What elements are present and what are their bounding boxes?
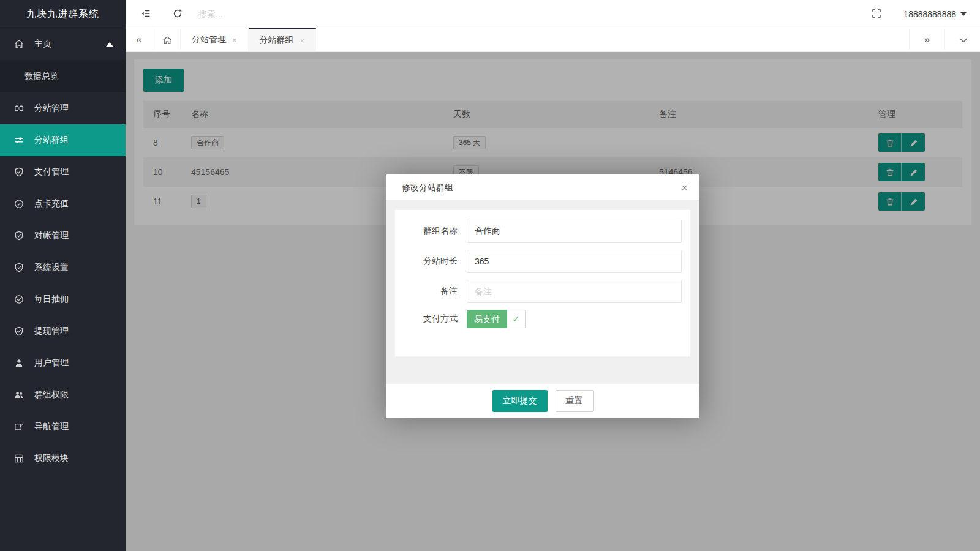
sidebar-item-payment-manage[interactable]: 支付管理 bbox=[0, 156, 126, 188]
chevron-down-icon bbox=[959, 36, 967, 44]
tab-home[interactable] bbox=[153, 28, 181, 51]
user-menu[interactable]: 18888888888 bbox=[903, 9, 967, 19]
payment-option-label: 易支付 bbox=[467, 310, 507, 328]
caret-up-icon bbox=[106, 42, 113, 47]
form-row-duration: 分站时长 bbox=[395, 250, 682, 273]
sidebar-item-label: 点卡充值 bbox=[34, 198, 69, 209]
shield-check-icon bbox=[14, 167, 24, 177]
circle-check-icon bbox=[14, 294, 24, 304]
close-icon[interactable]: × bbox=[679, 174, 690, 201]
sidebar-item-label: 权限模块 bbox=[34, 453, 69, 464]
form-row-note: 备注 bbox=[395, 280, 682, 303]
main-area: 18888888888 « 分站管理 × 分站群组 × » bbox=[126, 0, 980, 551]
modal-body: 群组名称 分站时长 备注 支付方式 bbox=[386, 201, 699, 384]
close-icon[interactable]: × bbox=[300, 36, 305, 45]
sidebar-item-label: 用户管理 bbox=[34, 358, 69, 369]
user-icon bbox=[14, 358, 24, 368]
sidebar-item-nav-manage[interactable]: 导航管理 bbox=[0, 411, 126, 443]
sidebar-item-label: 群组权限 bbox=[34, 389, 69, 400]
sidebar-item-label: 系统设置 bbox=[34, 262, 69, 273]
nav-icon bbox=[14, 422, 24, 432]
sidebar-item-card-recharge[interactable]: 点卡充值 bbox=[0, 188, 126, 220]
shield-check-icon bbox=[14, 231, 24, 241]
sidebar-item-label: 主页 bbox=[34, 39, 51, 50]
tab-substation-manage[interactable]: 分站管理 × bbox=[181, 28, 249, 51]
topbar-right: 18888888888 bbox=[872, 9, 967, 20]
note-field[interactable] bbox=[467, 280, 682, 303]
tabbar: « 分站管理 × 分站群组 × » bbox=[126, 28, 980, 52]
modal-footer: 立即提交 重置 bbox=[386, 384, 699, 418]
sidebar-item-label: 每日抽佣 bbox=[34, 294, 69, 305]
submit-button[interactable]: 立即提交 bbox=[492, 390, 548, 412]
sidebar-item-label: 提现管理 bbox=[34, 326, 69, 337]
sidebar-item-home[interactable]: 主页 bbox=[0, 28, 126, 60]
close-icon[interactable]: × bbox=[232, 36, 237, 45]
check-icon: ✓ bbox=[507, 310, 526, 328]
user-phone: 18888888888 bbox=[903, 9, 956, 19]
duration-label: 分站时长 bbox=[395, 256, 467, 267]
sidebar-item-withdraw-manage[interactable]: 提现管理 bbox=[0, 315, 126, 347]
payment-label: 支付方式 bbox=[395, 313, 467, 324]
sidebar-item-permission-module[interactable]: 权限模块 bbox=[0, 443, 126, 474]
sidebar-item-label: 对帐管理 bbox=[34, 230, 69, 241]
sidebar-item-user-manage[interactable]: 用户管理 bbox=[0, 347, 126, 379]
tabs-scroll-right-button[interactable]: » bbox=[909, 28, 944, 51]
note-label: 备注 bbox=[395, 286, 467, 297]
app-window: 九块九进群系统 主页 数据总览 分站管理 分站群组 支付管理 bbox=[0, 0, 980, 551]
form-row-payment: 支付方式 易支付 ✓ bbox=[395, 310, 682, 328]
reset-button[interactable]: 重置 bbox=[556, 390, 594, 412]
app-title: 九块九进群系统 bbox=[0, 0, 126, 28]
home-icon bbox=[162, 36, 171, 44]
tab-label: 分站管理 bbox=[192, 34, 226, 45]
sidebar-item-system-settings[interactable]: 系统设置 bbox=[0, 252, 126, 283]
tabs-menu-button[interactable] bbox=[944, 28, 980, 51]
users-icon bbox=[14, 390, 24, 400]
caret-down-icon bbox=[960, 12, 967, 16]
form-row-group-name: 群组名称 bbox=[395, 220, 682, 243]
sliders-icon bbox=[14, 135, 24, 145]
sidebar-nav: 主页 数据总览 分站管理 分站群组 支付管理 点卡充值 bbox=[0, 28, 126, 551]
tab-substation-group[interactable]: 分站群组 × bbox=[249, 28, 317, 51]
edit-group-form: 群组名称 分站时长 备注 支付方式 bbox=[394, 209, 691, 357]
content-area: 添加 序号 名称 天数 备注 管理 8 合 bbox=[126, 52, 980, 551]
modal-title: 修改分站群组 bbox=[402, 182, 453, 192]
group-name-field[interactable] bbox=[467, 220, 682, 243]
edit-group-modal: 修改分站群组 × 群组名称 分站时长 备注 bbox=[386, 174, 699, 418]
sidebar-item-reconciliation[interactable]: 对帐管理 bbox=[0, 220, 126, 252]
modal-header: 修改分站群组 × bbox=[386, 174, 699, 201]
payment-checkbox[interactable]: 易支付 ✓ bbox=[467, 310, 526, 328]
sidebar-item-label: 支付管理 bbox=[34, 167, 69, 178]
sidebar: 九块九进群系统 主页 数据总览 分站管理 分站群组 支付管理 bbox=[0, 0, 126, 551]
sidebar-item-label: 数据总览 bbox=[24, 71, 59, 82]
shield-check-icon bbox=[14, 326, 24, 336]
fullscreen-icon[interactable] bbox=[872, 9, 883, 20]
sidebar-item-label: 分站管理 bbox=[34, 103, 69, 114]
sidebar-item-data-overview[interactable]: 数据总览 bbox=[0, 60, 126, 92]
search-input[interactable] bbox=[198, 9, 333, 19]
module-icon bbox=[14, 454, 24, 463]
shield-check-icon bbox=[14, 263, 24, 272]
sidebar-item-group-permission[interactable]: 群组权限 bbox=[0, 379, 126, 411]
tabs-scroll-left-button[interactable]: « bbox=[126, 28, 153, 51]
tab-label: 分站群组 bbox=[260, 35, 294, 46]
home-icon bbox=[14, 39, 24, 49]
circle-check-icon bbox=[14, 199, 24, 209]
columns-icon bbox=[14, 103, 24, 113]
sidebar-item-substation-group[interactable]: 分站群组 bbox=[0, 124, 126, 156]
menu-fold-icon[interactable] bbox=[141, 9, 152, 20]
sidebar-item-daily-commission[interactable]: 每日抽佣 bbox=[0, 283, 126, 315]
refresh-icon[interactable] bbox=[173, 9, 184, 20]
sidebar-item-substation-manage[interactable]: 分站管理 bbox=[0, 92, 126, 124]
group-name-label: 群组名称 bbox=[395, 226, 467, 237]
tabbar-right: » bbox=[909, 28, 980, 51]
topbar: 18888888888 bbox=[126, 0, 980, 28]
duration-field[interactable] bbox=[467, 250, 682, 273]
sidebar-item-label: 分站群组 bbox=[34, 135, 69, 146]
sidebar-item-label: 导航管理 bbox=[34, 421, 69, 432]
